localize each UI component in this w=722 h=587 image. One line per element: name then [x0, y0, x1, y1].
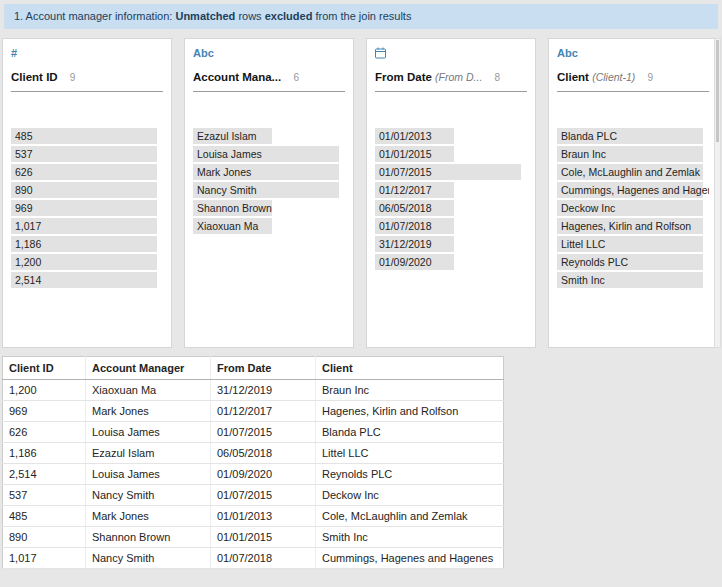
value-row[interactable]: 485: [11, 128, 163, 144]
grid-cell[interactable]: Cummings, Hagenes and Hagenes: [316, 548, 504, 569]
value-row[interactable]: Louisa James: [193, 146, 345, 162]
value-list: Ezazul IslamLouisa JamesMark JonesNancy …: [193, 128, 345, 234]
grid-row[interactable]: 626Louisa James01/07/2015Blanda PLC: [3, 422, 504, 443]
grid-cell[interactable]: Nancy Smith: [86, 485, 211, 506]
field-name: Account Mana...: [193, 71, 281, 83]
value-row[interactable]: Hagenes, Kirlin and Rolfson: [557, 218, 709, 234]
field-header[interactable]: Account Mana... 6: [193, 69, 345, 85]
value-row[interactable]: 626: [11, 164, 163, 180]
grid-row[interactable]: 537Nancy Smith01/07/2015Deckow Inc: [3, 485, 504, 506]
field-header[interactable]: Client ID 9: [11, 69, 163, 85]
value-row[interactable]: 31/12/2019: [375, 236, 527, 252]
value-row[interactable]: 537: [11, 146, 163, 162]
value-row[interactable]: 01/12/2017: [375, 182, 527, 198]
grid-row[interactable]: 969Mark Jones01/12/2017Hagenes, Kirlin a…: [3, 401, 504, 422]
grid-row[interactable]: 1,017Nancy Smith01/07/2018Cummings, Hage…: [3, 548, 504, 569]
grid-column-header[interactable]: Client ID: [3, 357, 86, 380]
profile-card-client[interactable]: Abc Client (Client-1) 9 Blanda PLCBraun …: [548, 38, 718, 348]
profile-card-from-date[interactable]: From Date (From D... 8 01/01/201301/01/2…: [366, 38, 536, 348]
grid-cell[interactable]: 1,186: [3, 443, 86, 464]
grid-column-header[interactable]: Client: [316, 357, 504, 380]
grid-cell[interactable]: 01/01/2013: [211, 506, 316, 527]
value-row[interactable]: Littel LLC: [557, 236, 709, 252]
grid-cell[interactable]: Cole, McLaughlin and Zemlak: [316, 506, 504, 527]
grid-row[interactable]: 890Shannon Brown01/01/2015Smith Inc: [3, 527, 504, 548]
grid-row[interactable]: 485Mark Jones01/01/2013Cole, McLaughlin …: [3, 506, 504, 527]
grid-cell[interactable]: 06/05/2018: [211, 443, 316, 464]
grid-column-header[interactable]: Account Manager: [86, 357, 211, 380]
value-row[interactable]: Mark Jones: [193, 164, 345, 180]
grid-cell[interactable]: 890: [3, 527, 86, 548]
grid-cell[interactable]: Hagenes, Kirlin and Rolfson: [316, 401, 504, 422]
grid-cell[interactable]: Louisa James: [86, 422, 211, 443]
value-row[interactable]: Cole, McLaughlin and Zemlak: [557, 164, 709, 180]
grid-cell[interactable]: Ezazul Islam: [86, 443, 211, 464]
field-name: Client ID: [11, 71, 58, 83]
grid-cell[interactable]: 01/07/2018: [211, 548, 316, 569]
grid-cell[interactable]: 01/01/2015: [211, 527, 316, 548]
distinct-count: 9: [648, 72, 654, 83]
field-name: From Date: [375, 71, 432, 83]
grid-cell[interactable]: 1,017: [3, 548, 86, 569]
value-row[interactable]: 01/09/2020: [375, 254, 527, 270]
value-row[interactable]: Deckow Inc: [557, 200, 709, 216]
grid-cell[interactable]: 485: [3, 506, 86, 527]
grid-cell[interactable]: Littel LLC: [316, 443, 504, 464]
grid-row[interactable]: 2,514Louisa James01/09/2020Reynolds PLC: [3, 464, 504, 485]
profile-card-client-id[interactable]: # Client ID 9 4855376268909691,0171,1861…: [2, 38, 172, 348]
value-row[interactable]: Smith Inc: [557, 272, 709, 288]
grid-cell[interactable]: Reynolds PLC: [316, 464, 504, 485]
grid-cell[interactable]: 1,200: [3, 380, 86, 401]
grid-cell[interactable]: Mark Jones: [86, 401, 211, 422]
value-row[interactable]: 890: [11, 182, 163, 198]
grid-column-header[interactable]: From Date: [211, 357, 316, 380]
grid-cell[interactable]: 01/09/2020: [211, 464, 316, 485]
value-row[interactable]: 969: [11, 200, 163, 216]
value-row[interactable]: Reynolds PLC: [557, 254, 709, 270]
grid-cell[interactable]: Shannon Brown: [86, 527, 211, 548]
value-row[interactable]: Braun Inc: [557, 146, 709, 162]
scrollbar-thumb[interactable]: [716, 40, 719, 142]
grid-cell[interactable]: Louisa James: [86, 464, 211, 485]
value-row[interactable]: 2,514: [11, 272, 163, 288]
value-row[interactable]: Blanda PLC: [557, 128, 709, 144]
grid-cell[interactable]: 01/12/2017: [211, 401, 316, 422]
profile-card-account-manager[interactable]: Abc Account Mana... 6 Ezazul IslamLouisa…: [184, 38, 354, 348]
value-row[interactable]: Xiaoxuan Ma: [193, 218, 345, 234]
value-row[interactable]: 01/01/2015: [375, 146, 527, 162]
value-label: 1,200: [11, 254, 163, 270]
grid-cell[interactable]: Nancy Smith: [86, 548, 211, 569]
value-row[interactable]: 06/05/2018: [375, 200, 527, 216]
value-row[interactable]: 01/07/2015: [375, 164, 527, 180]
value-row[interactable]: Shannon Brown: [193, 200, 345, 216]
grid-cell[interactable]: Smith Inc: [316, 527, 504, 548]
value-row[interactable]: Nancy Smith: [193, 182, 345, 198]
value-row[interactable]: 1,017: [11, 218, 163, 234]
string-abc-icon: Abc: [557, 47, 578, 59]
value-label: Nancy Smith: [193, 182, 345, 198]
value-label: 485: [11, 128, 163, 144]
value-row[interactable]: 1,186: [11, 236, 163, 252]
grid-cell[interactable]: Braun Inc: [316, 380, 504, 401]
value-row[interactable]: Cummings, Hagenes and Hagenes: [557, 182, 709, 198]
value-row[interactable]: 01/01/2013: [375, 128, 527, 144]
grid-cell[interactable]: 537: [3, 485, 86, 506]
grid-cell[interactable]: Mark Jones: [86, 506, 211, 527]
grid-cell[interactable]: 626: [3, 422, 86, 443]
grid-row[interactable]: 1,186Ezazul Islam06/05/2018Littel LLC: [3, 443, 504, 464]
grid-cell[interactable]: 01/07/2015: [211, 422, 316, 443]
value-row[interactable]: 01/07/2018: [375, 218, 527, 234]
grid-cell[interactable]: 969: [3, 401, 86, 422]
grid-cell[interactable]: 31/12/2019: [211, 380, 316, 401]
grid-cell[interactable]: Xiaoxuan Ma: [86, 380, 211, 401]
grid-cell[interactable]: Deckow Inc: [316, 485, 504, 506]
value-row[interactable]: Ezazul Islam: [193, 128, 345, 144]
grid-cell[interactable]: 01/07/2015: [211, 485, 316, 506]
field-header[interactable]: Client (Client-1) 9: [557, 69, 709, 85]
grid-cell[interactable]: Blanda PLC: [316, 422, 504, 443]
grid-cell[interactable]: 2,514: [3, 464, 86, 485]
profiles-scrollbar[interactable]: [714, 38, 721, 348]
value-row[interactable]: 1,200: [11, 254, 163, 270]
field-header[interactable]: From Date (From D... 8: [375, 69, 527, 85]
grid-row[interactable]: 1,200Xiaoxuan Ma31/12/2019Braun Inc: [3, 380, 504, 401]
